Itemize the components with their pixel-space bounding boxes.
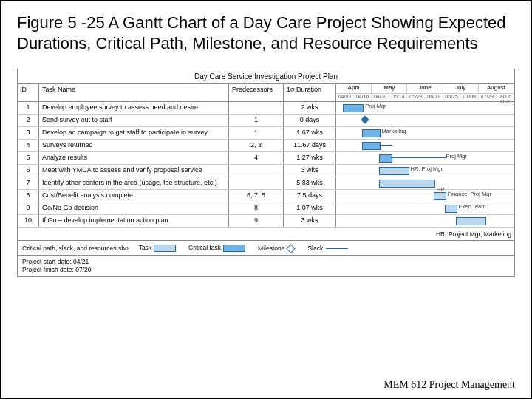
resource-label: Exec Team [459, 203, 486, 210]
table-row: 1Develop employee survey to assess need … [18, 102, 514, 115]
date: 04/02 [336, 94, 354, 101]
table-row: 4Surveys returned2, 311.67 days [18, 140, 514, 152]
date: 05/28 [407, 94, 425, 101]
month: June [407, 84, 443, 93]
col-dur: 1σ Duration [284, 84, 336, 101]
date: 05/14 [389, 94, 407, 101]
col-pred: Predecessors [229, 84, 284, 101]
resource-footer: HR, Project Mgr, Marketing [18, 228, 514, 240]
month: April [336, 84, 372, 93]
figure-title: Figure 5 -25 A Gantt Chart of a Day Care… [17, 13, 515, 54]
legend-task-box [154, 245, 176, 252]
table-row: 2Send survey out to staff10 days [18, 115, 514, 127]
table-row: 5Analyze results41.27 wksProj Mgr [18, 152, 514, 165]
gantt-bar [362, 142, 380, 150]
table-row: 10If Go – develop implementation action … [18, 215, 514, 228]
col-task: Task Name [39, 84, 229, 101]
slack-line [379, 145, 393, 146]
slide-footer: MEM 612 Project Management [383, 379, 515, 391]
gantt-bar [445, 205, 457, 213]
resource-label: Marketing [382, 128, 406, 134]
table-row: 7Identify other centers in the area (usa… [18, 177, 514, 190]
table-row: 9Go/No Go decision81.07 wksExec Team [18, 202, 514, 215]
gantt-bar [379, 180, 435, 188]
milestone-icon [361, 116, 369, 124]
month: August [479, 84, 514, 93]
date: 08/06 08/20 [497, 94, 514, 101]
gantt-bar [379, 154, 393, 163]
table-row: 3Develop ad campaign to get staff to par… [18, 127, 514, 140]
project-dates: Project start date: 04/21 Project finish… [18, 255, 514, 276]
table-row: 8Cost/Benefit analysis complete6, 7, 57.… [18, 190, 514, 202]
date: 07/23 [479, 94, 497, 101]
slack-line [391, 157, 446, 158]
timeline-header: April May June July August 04/02 04/16 0… [336, 84, 514, 101]
resource-label: Proj Mgr [365, 103, 386, 109]
gantt-bar [362, 129, 380, 137]
plan-title: Day Care Service Investigation Project P… [18, 69, 514, 84]
date: 06/25 [443, 94, 461, 101]
table-header: ID Task Name Predecessors 1σ Duration Ap… [18, 84, 514, 102]
gantt-bar [379, 167, 409, 175]
resource-label: Finance, Proj Mgr [448, 191, 491, 197]
legend-critical-box [223, 245, 245, 252]
date: 07/09 [461, 94, 479, 101]
date: 04/30 [372, 94, 389, 101]
gantt-bar [343, 104, 364, 112]
month: May [372, 84, 407, 93]
month: July [443, 84, 479, 93]
legend: Critical path, slack, and resources sho … [18, 240, 514, 255]
resource-label: HR, Proj Mgr [411, 166, 443, 172]
col-id: ID [18, 84, 39, 101]
date: 04/16 [354, 94, 372, 101]
resource-label: Proj Mgr [446, 153, 467, 160]
gantt-chart: Day Care Service Investigation Project P… [17, 69, 515, 277]
gantt-bar [456, 217, 486, 225]
legend-label: Critical path, slack, and resources sho [22, 245, 129, 252]
date: 06/11 [425, 94, 443, 101]
table-row: 6Meet with YMCA to assess and verify pro… [18, 165, 514, 177]
legend-slack-line [326, 248, 348, 249]
legend-milestone-icon [287, 244, 296, 253]
gantt-bar [434, 192, 446, 200]
